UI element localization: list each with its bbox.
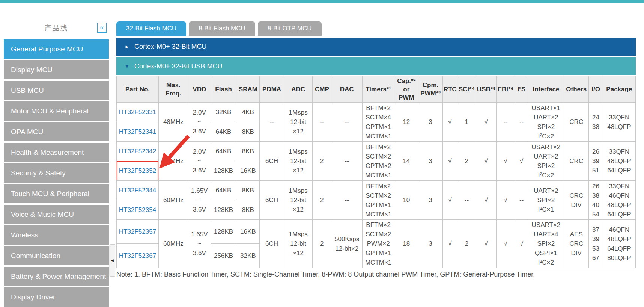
cell-flash: 64KB [211, 181, 236, 200]
sidebar-item-display-mcu[interactable]: Display MCU [4, 60, 109, 79]
cell-sram: 16KB [236, 161, 260, 181]
spec-table: Part No.Max. Freq.VDDFlashSRAMPDMAADCCMP… [116, 76, 636, 268]
cell-cpm_pwm: 3 [418, 220, 442, 268]
cell-timers: BFTM×2 SCTM×2 PWM×2 GPTM×1 MCTM×1 [363, 220, 394, 268]
section-banners: ►Cortex-M0+ 32-Bit MCU▼Cortex-M0+ 32-Bit… [116, 38, 636, 75]
cell-sram: 8KB [236, 200, 260, 220]
part-link-ht32f52357[interactable]: HT32F52357 [119, 228, 156, 235]
cell-others: CRC [564, 142, 589, 181]
part-link-ht32f52331[interactable]: HT32F52331 [119, 109, 156, 116]
tab-8-bit-otp-mcu[interactable]: 8-Bit OTP MCU [258, 21, 322, 36]
cell-io: 24 38 [589, 103, 603, 142]
sidebar-collapse-button[interactable]: « [97, 23, 107, 33]
part-link-ht32f52341[interactable]: HT32F52341 [119, 128, 156, 135]
cell-sram: 8KB [236, 122, 260, 142]
sidebar-item-motor-mcu-peripheral[interactable]: Motor MCU & Peripheral [4, 101, 109, 121]
cell-dac: 500Ksps 12-bit×2 [331, 220, 363, 268]
cell-vdd: 1.65V ~ 3.6V [188, 181, 211, 220]
cell-rtc: √ [442, 220, 457, 268]
sidebar-item-display-driver[interactable]: Display Driver [4, 287, 109, 307]
section-cortex-m0-32-bit-usb-mcu[interactable]: ▼Cortex-M0+ 32-Bit USB MCU [116, 57, 636, 75]
cell-part: HT32F52331 [117, 103, 159, 122]
cell-part: HT32F52342 [117, 142, 159, 161]
sidebar-item-opa-mcu[interactable]: OPA MCU [4, 122, 109, 141]
sidebar-item-battery-power-management[interactable]: Battery & Power Management [4, 267, 109, 286]
cell-adc: 1Msps 12-bit ×12 [284, 142, 313, 181]
cell-pdma: 6CH [260, 220, 284, 268]
col-header-rtc: RTC [442, 76, 457, 103]
cell-others: CRC [564, 103, 589, 142]
cell-cap_or_pwm: 14 [394, 142, 418, 181]
sidebar-items: General Purpose MCUDisplay MCUUSB MCUMot… [4, 39, 109, 307]
col-header-usb: USB*⁵ [476, 76, 496, 103]
cell-adc: 1Msps 12-bit ×12 [284, 181, 313, 220]
cell-package: 33QFN 48LQFP [603, 103, 635, 142]
tab-8-bit-flash-mcu[interactable]: 8-Bit Flash MCU [189, 21, 255, 36]
cell-interface: USART×2 UART×4 SPI×2 QSPI×1 I²C×2 [528, 220, 564, 268]
cell-sci: 1 [457, 103, 476, 142]
cell-ebi: √ [496, 181, 515, 220]
cell-cap_or_pwm: 12 [394, 103, 418, 142]
col-header-sram: SRAM [236, 76, 260, 103]
sidebar-handle[interactable]: ◀ [110, 244, 115, 277]
sidebar-item-general-purpose-mcu[interactable]: General Purpose MCU [4, 39, 109, 59]
cell-package: 46QFN 48LQFP 64LQFP 80LQFP [603, 220, 635, 268]
triangle-down-icon: ▼ [125, 64, 134, 69]
col-header-cmp: CMP [313, 76, 331, 103]
cell-flash: 64KB [211, 122, 236, 142]
part-link-ht32f52344[interactable]: HT32F52344 [119, 187, 156, 194]
col-header-cpm: Cpm. PWM*³ [418, 76, 442, 103]
cell-flash: 128KB [211, 220, 236, 244]
footnote: Note: 1. BFTM: Basic Function Timer, SCT… [116, 271, 644, 278]
main-content: 32-Bit Flash MCU8-Bit Flash MCU8-Bit OTP… [116, 21, 636, 278]
cell-sram: 16KB [236, 220, 260, 244]
col-header-cap: Cap.*² or PWM [394, 76, 418, 103]
cell-sram: 32KB [236, 244, 260, 268]
cell-package: 33QFN 48LQFP 64LQFP [603, 142, 635, 181]
col-header-sci: SCI*⁴ [457, 76, 476, 103]
cell-sram: 8KB [236, 142, 260, 161]
cell-i2s: √ [515, 220, 528, 268]
sidebar-item-security-safety[interactable]: Security & Safety [4, 163, 109, 183]
cell-vdd: 1.65V ~ 3.6V [188, 220, 211, 268]
sidebar-item-voice-music-mcu[interactable]: Voice & Music MCU [4, 205, 109, 224]
cell-sram: 8KB [236, 181, 260, 200]
cell-part: HT32F52341 [117, 122, 159, 142]
sidebar-item-health-measurement[interactable]: Health & Measurement [4, 143, 109, 162]
part-link-ht32f52342[interactable]: HT32F52342 [119, 148, 156, 155]
cell-cap_or_pwm: 10 [394, 181, 418, 220]
col-header-pdma: PDMA [260, 76, 284, 103]
cell-sram: 4KB [236, 103, 260, 122]
cell-dac: -- [331, 181, 363, 220]
tab-32-bit-flash-mcu[interactable]: 32-Bit Flash MCU [116, 21, 186, 36]
sidebar-title: 产品线 [45, 23, 68, 33]
cell-timers: BFTM×2 SCTM×2 GPTM×2 MCTM×1 [363, 142, 394, 181]
cell-flash: 32KB [211, 103, 236, 122]
cell-rtc: √ [442, 181, 457, 220]
col-header-flash: Flash [211, 76, 236, 103]
cell-ebi: √ [496, 142, 515, 181]
cell-interface: UART×2 SPI×2 I²C×1 [528, 181, 564, 220]
cell-sci: 2 [457, 220, 476, 268]
table-row: HT32F5234248MHz2.0V ~ 3.6V64KB8KB6CH1Msp… [117, 142, 636, 161]
sidebar-item-wireless[interactable]: Wireless [4, 225, 109, 245]
part-link-ht32f52354[interactable]: HT32F52354 [119, 206, 156, 213]
col-header-vdd: VDD [188, 76, 211, 103]
cell-cmp: 2 [313, 181, 331, 220]
cell-sci: -- [457, 181, 476, 220]
cell-part: HT32F52357 [117, 220, 159, 244]
cell-dac: -- [331, 103, 363, 142]
col-header-dac: DAC [331, 76, 363, 103]
part-link-ht32f52367[interactable]: HT32F52367 [119, 252, 156, 259]
cell-rtc: √ [442, 142, 457, 181]
sidebar-item-usb-mcu[interactable]: USB MCU [4, 81, 109, 100]
sidebar-item-communication[interactable]: Communication [4, 246, 109, 265]
part-link-ht32f52352[interactable]: HT32F52352 [119, 167, 156, 174]
cell-cmp: 2 [313, 220, 331, 268]
cell-i2s: -- [515, 103, 528, 142]
section-cortex-m0-32-bit-mcu[interactable]: ►Cortex-M0+ 32-Bit MCU [116, 38, 636, 56]
table-row: HT32F5234460MHz1.65V ~ 3.6V64KB8KB6CH1Ms… [117, 181, 636, 200]
cell-io: 26 39 51 [589, 142, 603, 181]
section-label: Cortex-M0+ 32-Bit USB MCU [134, 62, 223, 70]
sidebar-item-touch-mcu-peripheral[interactable]: Touch MCU & Peripheral [4, 184, 109, 203]
